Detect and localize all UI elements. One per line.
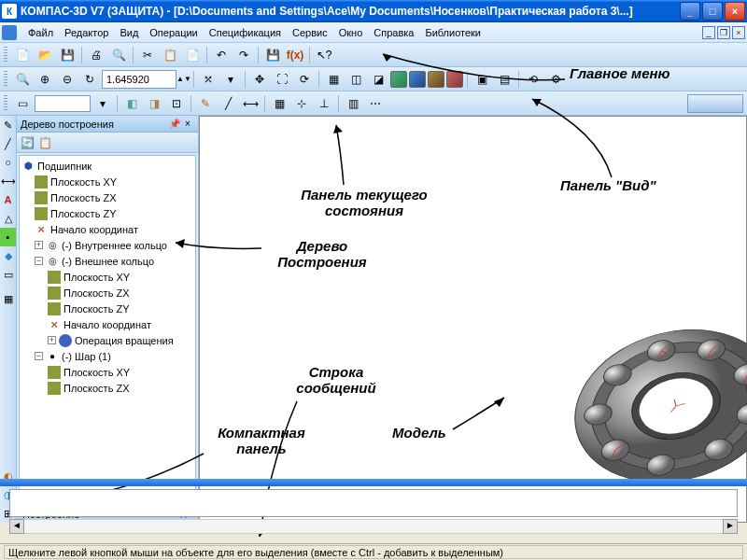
tree-inner[interactable]: (-) Внутреннее кольцо bbox=[62, 240, 167, 251]
menu-file[interactable]: Файл bbox=[22, 25, 59, 40]
simplify-icon[interactable]: ▤ bbox=[494, 69, 514, 90]
tree-close-icon[interactable]: × bbox=[181, 119, 194, 129]
arr-icon[interactable]: ▥ bbox=[343, 93, 363, 114]
tree-outer[interactable]: (-) Внешнее кольцо bbox=[62, 256, 154, 267]
tree-outer-zy[interactable]: Плоскость ZY bbox=[63, 303, 130, 315]
cp-sketch-icon[interactable]: ✎ bbox=[0, 116, 16, 134]
tree-outer-xy[interactable]: Плоскость XY bbox=[63, 272, 130, 283]
redo-icon[interactable]: ↷ bbox=[233, 45, 254, 65]
menu-editor[interactable]: Редактор bbox=[59, 25, 114, 40]
cp-3-icon[interactable]: ▭ bbox=[0, 265, 16, 284]
pan-icon[interactable]: ✥ bbox=[249, 69, 270, 90]
copy-icon[interactable]: 📋 bbox=[160, 45, 180, 65]
shaded-icon[interactable]: ◪ bbox=[368, 69, 388, 90]
mdi-restore[interactable]: ❐ bbox=[717, 26, 730, 39]
st2-icon[interactable]: ◨ bbox=[144, 93, 164, 114]
cp-2-icon[interactable]: ◆ bbox=[0, 246, 16, 265]
tree-outer-zx[interactable]: Плоскость ZX bbox=[63, 287, 130, 299]
cp-line-icon[interactable]: ╱ bbox=[0, 134, 16, 153]
save-blue-icon[interactable]: 💾 bbox=[262, 45, 283, 65]
tree-plane-zy[interactable]: Плоскость ZY bbox=[50, 208, 117, 219]
zoom-in-icon[interactable]: ⊕ bbox=[35, 69, 55, 90]
color-swatch[interactable] bbox=[35, 95, 91, 112]
zoom-value-input[interactable] bbox=[102, 70, 176, 89]
cp-4-icon[interactable]: ▦ bbox=[0, 289, 16, 308]
tree-tb2-icon[interactable]: 📋 bbox=[38, 136, 52, 149]
menu-view[interactable]: Вид bbox=[114, 25, 144, 40]
new-icon[interactable]: 📄 bbox=[12, 45, 33, 65]
menu-help[interactable]: Справка bbox=[368, 25, 419, 40]
tree-pin-icon[interactable]: 📌 bbox=[168, 119, 181, 129]
toolbar-end-grip[interactable] bbox=[687, 94, 743, 113]
tree-plane-xy[interactable]: Плоскость XY bbox=[50, 176, 117, 188]
zoom-area-icon[interactable]: 🔍 bbox=[12, 69, 33, 90]
build-tree[interactable]: ⬢Подшипник Плоскость XY Плоскость ZX Пло… bbox=[19, 155, 196, 502]
rotate-icon[interactable]: ⟳ bbox=[294, 69, 315, 90]
hidden-icon[interactable]: ◫ bbox=[345, 69, 366, 90]
cp-1-icon[interactable]: ▪ bbox=[0, 228, 16, 246]
expand-icon[interactable]: + bbox=[35, 241, 43, 249]
spin-buttons[interactable]: ▲▼ bbox=[178, 69, 190, 90]
h-scrollbar[interactable]: ◄ ► bbox=[9, 519, 738, 534]
print-icon[interactable]: 🖨 bbox=[86, 45, 106, 65]
tree-tb1-icon[interactable]: 🔄 bbox=[21, 136, 35, 149]
menu-spec[interactable]: Спецификация bbox=[204, 25, 287, 40]
st1-icon[interactable]: ◧ bbox=[121, 93, 142, 114]
shade4-icon[interactable] bbox=[446, 71, 463, 88]
tree-ball-xy[interactable]: Плоскость XY bbox=[63, 367, 130, 378]
zoom-refresh-icon[interactable]: ↻ bbox=[79, 69, 100, 90]
preview-icon[interactable]: 🔍 bbox=[108, 45, 129, 65]
tree-plane-zx[interactable]: Плоскость ZX bbox=[50, 192, 117, 203]
cp-edit-icon[interactable]: △ bbox=[0, 209, 16, 228]
shade2-icon[interactable] bbox=[409, 71, 426, 88]
mdi-minimize[interactable]: _ bbox=[702, 26, 715, 39]
close-button[interactable]: × bbox=[725, 2, 745, 21]
fit-icon[interactable]: ⛶ bbox=[272, 69, 292, 90]
dd-icon[interactable]: ▾ bbox=[92, 93, 113, 114]
cp-geom-icon[interactable]: ○ bbox=[0, 153, 16, 172]
dropdown-icon[interactable]: ▾ bbox=[220, 69, 241, 90]
tree-outer-origin[interactable]: Начало координат bbox=[63, 319, 151, 330]
snap-icon[interactable]: ⊹ bbox=[291, 93, 312, 114]
zoom-out-icon[interactable]: ⊖ bbox=[57, 69, 78, 90]
persp-icon[interactable]: ▣ bbox=[472, 69, 492, 90]
3d-viewport[interactable] bbox=[199, 116, 747, 523]
menu-libraries[interactable]: Библиотеки bbox=[419, 25, 486, 40]
cp-dim-icon[interactable]: ⟷ bbox=[0, 172, 16, 190]
minimize-button[interactable]: _ bbox=[680, 2, 700, 21]
wireframe-icon[interactable]: ▦ bbox=[323, 69, 344, 90]
more-icon[interactable]: ⋯ bbox=[365, 93, 386, 114]
tree-origin[interactable]: Начало координат bbox=[50, 224, 138, 235]
ortho-icon[interactable]: ⊥ bbox=[314, 93, 334, 114]
tree-ball[interactable]: (-) Шар (1) bbox=[62, 351, 111, 362]
shade1-icon[interactable] bbox=[390, 71, 407, 88]
tree-ball-zx[interactable]: Плоскость ZX bbox=[63, 383, 130, 394]
paste-icon[interactable]: 📄 bbox=[182, 45, 203, 65]
collapse-icon[interactable]: − bbox=[35, 352, 43, 360]
expand-icon[interactable]: + bbox=[48, 336, 56, 344]
collapse-icon[interactable]: − bbox=[35, 257, 43, 265]
undo-icon[interactable]: ↶ bbox=[211, 45, 232, 65]
tree-root[interactable]: Подшипник bbox=[37, 161, 92, 172]
tool-icon[interactable]: ⚙ bbox=[545, 69, 566, 90]
fx-icon[interactable]: f(x) bbox=[285, 45, 305, 65]
sk1-icon[interactable]: ▭ bbox=[12, 93, 33, 114]
save-icon[interactable]: 💾 bbox=[57, 45, 78, 65]
menu-window[interactable]: Окно bbox=[333, 25, 369, 40]
rebuild-icon[interactable]: ⟲ bbox=[523, 69, 543, 90]
menu-service[interactable]: Сервис bbox=[287, 25, 333, 40]
cursor-help-icon[interactable]: ↖? bbox=[314, 45, 334, 65]
mdi-close[interactable]: × bbox=[732, 26, 745, 39]
sketch-icon[interactable]: ✎ bbox=[195, 93, 216, 114]
cut-icon[interactable]: ✂ bbox=[137, 45, 158, 65]
dim-icon[interactable]: ⟷ bbox=[240, 93, 261, 114]
maximize-button[interactable]: □ bbox=[702, 2, 723, 21]
st3-icon[interactable]: ⊡ bbox=[166, 93, 187, 114]
axis-icon[interactable]: ⤱ bbox=[198, 69, 218, 90]
cp-text-icon[interactable]: A bbox=[0, 190, 16, 209]
menu-operations[interactable]: Операции bbox=[144, 25, 203, 40]
shade3-icon[interactable] bbox=[428, 71, 444, 88]
tree-outer-op[interactable]: Операция вращения bbox=[75, 335, 174, 346]
grid-icon[interactable]: ▦ bbox=[269, 93, 289, 114]
open-icon[interactable]: 📂 bbox=[35, 45, 55, 65]
